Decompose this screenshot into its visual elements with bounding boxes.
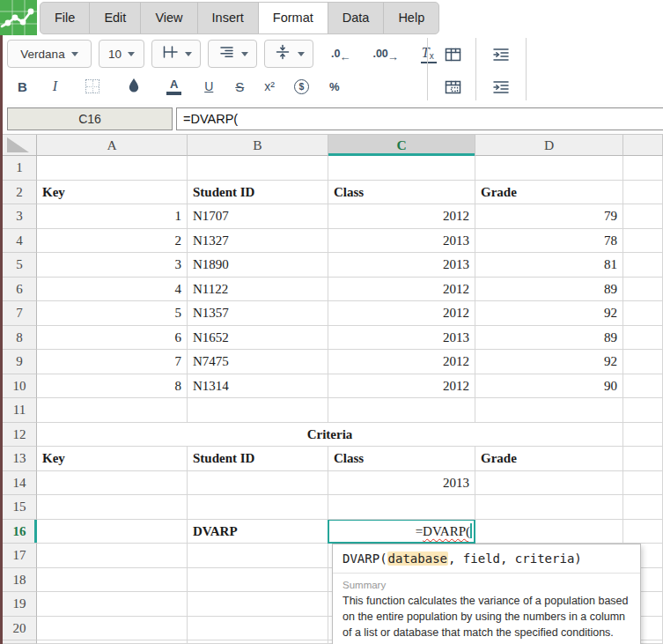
cell[interactable]: 89 bbox=[475, 326, 623, 351]
bold-button[interactable]: B bbox=[18, 79, 27, 94]
cell[interactable]: 1 bbox=[37, 204, 188, 229]
cell[interactable]: Student ID bbox=[188, 447, 328, 471]
row-header[interactable]: 17 bbox=[3, 544, 37, 568]
cell[interactable] bbox=[475, 520, 623, 544]
formula-input[interactable]: =DVARP( bbox=[176, 107, 663, 130]
cell[interactable]: N1890 bbox=[188, 253, 328, 278]
column-header-A[interactable]: A bbox=[37, 135, 188, 156]
column-header-D[interactable]: D bbox=[475, 135, 623, 156]
borders-button[interactable] bbox=[85, 79, 99, 93]
menu-data[interactable]: Data bbox=[328, 3, 385, 33]
cell[interactable] bbox=[37, 640, 188, 644]
cell[interactable] bbox=[623, 374, 663, 399]
cell[interactable]: 3 bbox=[37, 253, 188, 278]
row-header[interactable]: 2 bbox=[3, 181, 37, 205]
cell[interactable]: 2012 bbox=[328, 278, 475, 302]
cell[interactable]: 92 bbox=[475, 301, 623, 326]
cell[interactable] bbox=[328, 495, 475, 520]
font-family-select[interactable]: Verdana bbox=[7, 40, 92, 68]
row-header[interactable]: 20 bbox=[3, 617, 37, 641]
menu-view[interactable]: View bbox=[141, 3, 197, 33]
row-header[interactable]: 5 bbox=[3, 253, 37, 278]
cell[interactable] bbox=[623, 204, 663, 229]
row-header[interactable]: 19 bbox=[3, 592, 37, 617]
row-header[interactable]: 6 bbox=[3, 278, 37, 302]
indent-decrease-button[interactable] bbox=[484, 74, 518, 100]
cell[interactable] bbox=[328, 398, 475, 423]
cell[interactable]: N1707 bbox=[188, 204, 328, 229]
fill-color-button[interactable] bbox=[126, 77, 142, 97]
cell[interactable] bbox=[623, 350, 663, 374]
row-header[interactable]: 16 bbox=[3, 520, 37, 544]
cell[interactable]: Key bbox=[37, 181, 188, 205]
currency-format-button[interactable]: $ bbox=[294, 79, 309, 94]
cell[interactable]: 7 bbox=[37, 350, 188, 374]
decrease-decimal-button[interactable]: .0 ← bbox=[331, 48, 351, 61]
cell[interactable]: Grade bbox=[475, 181, 623, 205]
cell[interactable]: 79 bbox=[475, 204, 623, 229]
increase-decimal-button[interactable]: .00 → bbox=[372, 48, 399, 61]
cell[interactable]: N7475 bbox=[188, 350, 328, 374]
cell[interactable] bbox=[188, 544, 328, 568]
menu-help[interactable]: Help bbox=[384, 3, 438, 33]
app-logo-icon[interactable] bbox=[0, 0, 37, 35]
row-header[interactable]: 14 bbox=[3, 471, 37, 496]
percent-format-button[interactable]: % bbox=[329, 80, 340, 93]
row-header[interactable]: 4 bbox=[3, 229, 37, 254]
cell[interactable] bbox=[623, 447, 663, 471]
cell[interactable]: 81 bbox=[475, 253, 623, 278]
row-header[interactable]: 10 bbox=[3, 374, 37, 399]
cell[interactable]: 6 bbox=[37, 326, 188, 351]
row-header[interactable]: 1 bbox=[3, 156, 37, 181]
cell[interactable]: 4 bbox=[37, 278, 188, 302]
cell[interactable]: 5 bbox=[37, 301, 188, 326]
column-width-select[interactable] bbox=[151, 40, 201, 68]
cell[interactable]: 2012 bbox=[328, 350, 475, 374]
cell[interactable]: N1122 bbox=[188, 278, 328, 302]
cell[interactable] bbox=[37, 398, 188, 423]
menu-edit[interactable]: Edit bbox=[90, 3, 141, 33]
clear-formatting-button[interactable]: Tx bbox=[421, 45, 437, 63]
cell[interactable] bbox=[188, 617, 328, 641]
vertical-align-select[interactable] bbox=[264, 40, 313, 68]
cell[interactable] bbox=[37, 520, 188, 544]
cell[interactable] bbox=[623, 398, 663, 423]
underline-button[interactable]: U bbox=[204, 79, 213, 93]
row-header[interactable]: 13 bbox=[3, 447, 37, 471]
select-all-corner[interactable] bbox=[3, 135, 37, 156]
cell[interactable] bbox=[37, 568, 188, 593]
row-header[interactable]: 8 bbox=[3, 326, 37, 351]
strikethrough-button[interactable]: S bbox=[235, 79, 244, 94]
cell[interactable]: 2012 bbox=[328, 204, 475, 229]
font-size-select[interactable]: 10 bbox=[99, 40, 144, 68]
horizontal-align-select[interactable] bbox=[208, 40, 257, 68]
cell[interactable] bbox=[188, 156, 328, 181]
column-header-C[interactable]: C bbox=[328, 135, 475, 156]
row-header[interactable]: 18 bbox=[3, 568, 37, 593]
cell[interactable] bbox=[623, 301, 663, 326]
cell[interactable]: Key bbox=[37, 447, 188, 471]
row-header[interactable]: 15 bbox=[3, 495, 37, 520]
superscript-button[interactable]: x² bbox=[264, 79, 275, 93]
cell[interactable] bbox=[37, 471, 188, 496]
cell[interactable] bbox=[37, 617, 188, 641]
row-header[interactable]: 3 bbox=[3, 204, 37, 229]
cell[interactable] bbox=[328, 156, 475, 181]
cell[interactable] bbox=[623, 495, 663, 520]
menu-file[interactable]: File bbox=[41, 3, 90, 33]
cell[interactable] bbox=[188, 398, 328, 423]
freeze-panes-button[interactable] bbox=[436, 41, 469, 68]
row-header[interactable]: 11 bbox=[3, 398, 37, 423]
cell[interactable]: N1327 bbox=[188, 229, 328, 254]
cell[interactable]: 89 bbox=[475, 278, 623, 302]
cell[interactable]: 90 bbox=[475, 374, 623, 399]
cell[interactable]: 78 bbox=[475, 229, 623, 254]
cell[interactable] bbox=[623, 181, 663, 205]
cell[interactable] bbox=[188, 568, 328, 593]
cell[interactable]: Class bbox=[328, 447, 475, 471]
font-color-button[interactable]: A bbox=[166, 78, 181, 95]
cell[interactable] bbox=[623, 253, 663, 278]
cell[interactable]: 92 bbox=[475, 350, 623, 374]
column-header-B[interactable]: B bbox=[188, 135, 328, 156]
cell[interactable] bbox=[188, 592, 328, 617]
